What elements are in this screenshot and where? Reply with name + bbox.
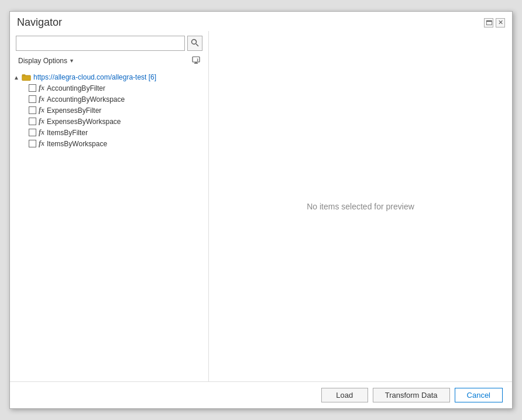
display-options-button[interactable]: Display Options ▼: [16, 56, 77, 66]
tree-item-row[interactable]: fx ExpensesByWorkspace: [26, 116, 208, 127]
tree-item-row[interactable]: fx ItemsByFilter: [26, 127, 208, 138]
item-checkbox-4[interactable]: [29, 129, 36, 136]
item-label-1: AccountingByWorkspace: [47, 95, 125, 104]
transform-data-button[interactable]: Transform Data: [373, 388, 450, 402]
fx-icon: fx: [39, 128, 44, 137]
left-panel: Display Options ▼: [10, 31, 209, 381]
item-label-5: ItemsByWorkspace: [47, 140, 107, 148]
folder-icon: [22, 73, 31, 81]
search-bar: [10, 31, 208, 53]
fx-icon: fx: [39, 117, 44, 126]
chevron-down-icon: ▼: [69, 58, 74, 64]
refresh-button[interactable]: [190, 54, 202, 67]
item-label-4: ItemsByFilter: [47, 129, 88, 137]
item-label-0: AccountingByFilter: [47, 84, 105, 92]
svg-line-1: [196, 44, 198, 46]
dialog-body: Display Options ▼: [10, 31, 512, 381]
footer: Load Transform Data Cancel: [10, 381, 512, 408]
refresh-icon: [191, 56, 201, 67]
item-checkbox-3[interactable]: [29, 118, 36, 125]
tree-item-row[interactable]: fx AccountingByWorkspace: [26, 94, 208, 105]
restore-button[interactable]: 🗖: [484, 18, 493, 27]
no-preview-text: No items selected for preview: [307, 202, 414, 211]
toolbar: Display Options ▼: [10, 53, 208, 70]
close-button[interactable]: ✕: [496, 18, 505, 27]
svg-rect-2: [193, 57, 200, 62]
tree-item-row[interactable]: fx ExpensesByFilter: [26, 105, 208, 116]
item-label-3: ExpensesByWorkspace: [47, 118, 121, 126]
display-options-label: Display Options: [18, 57, 67, 65]
load-button[interactable]: Load: [321, 388, 368, 402]
svg-point-0: [192, 39, 197, 44]
tree-folder-label: https://allegra-cloud.com/allegra-test […: [33, 73, 156, 81]
collapse-icon: ▲: [12, 73, 20, 81]
dialog-title: Navigator: [17, 16, 62, 29]
right-panel: No items selected for preview: [209, 31, 512, 381]
tree-area: ▲ https://allegra-cloud.com/allegra-test…: [10, 70, 208, 381]
title-bar: Navigator 🗖 ✕: [10, 12, 512, 31]
title-bar-controls: 🗖 ✕: [484, 18, 505, 27]
tree-folder-row[interactable]: ▲ https://allegra-cloud.com/allegra-test…: [10, 72, 208, 82]
item-label-2: ExpensesByFilter: [47, 106, 101, 115]
item-checkbox-1[interactable]: [29, 95, 36, 103]
search-icon: [191, 39, 199, 49]
item-checkbox-5[interactable]: [29, 140, 36, 147]
tree-item-row[interactable]: fx AccountingByFilter: [26, 82, 208, 94]
search-button[interactable]: [187, 36, 202, 51]
tree-item-row[interactable]: fx ItemsByWorkspace: [26, 138, 208, 149]
tree-items: fx AccountingByFilter fx AccountingByWor…: [10, 82, 208, 149]
item-checkbox-2[interactable]: [29, 106, 36, 114]
cancel-button[interactable]: Cancel: [455, 388, 503, 402]
fx-icon: fx: [39, 84, 44, 92]
fx-icon: fx: [39, 106, 44, 115]
navigator-dialog: Navigator 🗖 ✕: [9, 11, 513, 409]
search-input[interactable]: [16, 36, 185, 51]
tree-root: ▲ https://allegra-cloud.com/allegra-test…: [10, 72, 208, 149]
fx-icon: fx: [39, 95, 44, 104]
fx-icon: fx: [39, 139, 44, 148]
item-checkbox-0[interactable]: [29, 84, 36, 92]
